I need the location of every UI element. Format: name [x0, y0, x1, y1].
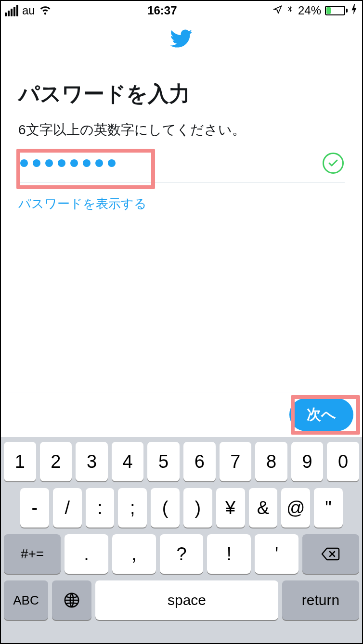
- key-symbol-mode[interactable]: #+=: [4, 534, 61, 574]
- password-input-row[interactable]: [18, 153, 345, 183]
- key-3[interactable]: 3: [76, 442, 108, 481]
- keyboard-row-2: -/:;()¥&@": [4, 488, 359, 528]
- key-)[interactable]: ): [183, 488, 212, 528]
- status-bar: au 16:37 24%: [1, 1, 362, 20]
- key-![interactable]: !: [207, 534, 251, 574]
- next-button[interactable]: 次へ: [289, 398, 353, 431]
- key-'[interactable]: ': [255, 534, 298, 574]
- key-2[interactable]: 2: [40, 442, 72, 481]
- key-&[interactable]: &: [249, 488, 278, 528]
- key-?[interactable]: ?: [160, 534, 204, 574]
- keyboard-row-1: 1234567890: [4, 442, 359, 481]
- keyboard-row-3: #+= .,?!': [4, 534, 359, 574]
- key-¥[interactable]: ¥: [216, 488, 245, 528]
- key-space[interactable]: space: [95, 580, 278, 620]
- key-abc[interactable]: ABC: [4, 580, 48, 620]
- location-icon: [273, 4, 283, 17]
- bluetooth-icon: [286, 3, 294, 18]
- battery-icon: [325, 6, 348, 15]
- status-left: au: [5, 3, 52, 18]
- key-4[interactable]: 4: [112, 442, 144, 481]
- signal-strength-icon: [5, 5, 18, 16]
- key-.[interactable]: .: [65, 534, 108, 574]
- highlight-annotation: [16, 149, 155, 189]
- key-delete[interactable]: [302, 534, 359, 574]
- keyboard: 1234567890 -/:;()¥&@" #+= .,?!' ABC spac…: [1, 437, 362, 643]
- key-1[interactable]: 1: [4, 442, 36, 481]
- keyboard-row-4: ABC space return: [4, 580, 359, 620]
- carrier-label: au: [22, 4, 35, 17]
- key-8[interactable]: 8: [255, 442, 287, 481]
- key-/[interactable]: /: [53, 488, 82, 528]
- key-return[interactable]: return: [282, 580, 359, 620]
- wifi-icon: [39, 3, 52, 18]
- status-time: 16:37: [147, 4, 177, 17]
- key-6[interactable]: 6: [183, 442, 216, 481]
- key-5[interactable]: 5: [147, 442, 180, 481]
- twitter-bird-icon: [170, 27, 193, 52]
- content-area: パスワードを入力 6文字以上の英数字にしてください。 パスワードを表示する: [1, 59, 362, 212]
- show-password-link[interactable]: パスワードを表示する: [18, 195, 345, 212]
- key-7[interactable]: 7: [220, 442, 252, 481]
- key--[interactable]: -: [20, 488, 49, 528]
- key-0[interactable]: 0: [327, 442, 359, 481]
- key-@[interactable]: @: [281, 488, 310, 528]
- charging-icon: [351, 4, 357, 17]
- key-:[interactable]: :: [86, 488, 115, 528]
- action-bar: 次へ: [1, 392, 362, 437]
- page-subtitle: 6文字以上の英数字にしてください。: [18, 121, 345, 139]
- key-globe[interactable]: [52, 580, 91, 620]
- status-right: 24%: [273, 3, 357, 18]
- battery-percent: 24%: [298, 4, 321, 17]
- app-header: [1, 20, 362, 59]
- page-title: パスワードを入力: [18, 80, 345, 108]
- key-9[interactable]: 9: [291, 442, 324, 481]
- key-"[interactable]: ": [314, 488, 343, 528]
- key-;[interactable]: ;: [118, 488, 147, 528]
- password-input[interactable]: [18, 159, 323, 167]
- key-,[interactable]: ,: [112, 534, 156, 574]
- key-([interactable]: (: [151, 488, 180, 528]
- valid-checkmark-icon: [323, 153, 344, 174]
